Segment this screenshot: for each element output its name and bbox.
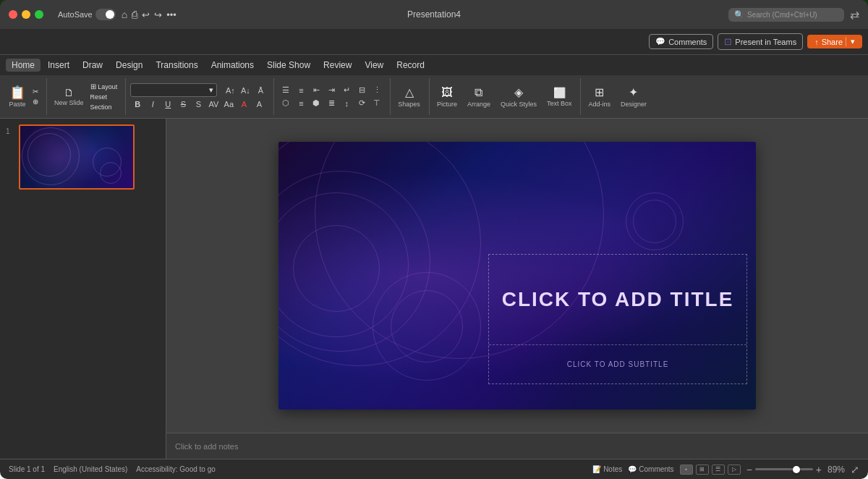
menu-home[interactable]: Home	[6, 59, 41, 72]
char-spacing-button[interactable]: AV	[206, 98, 221, 110]
menu-animations[interactable]: Animations	[205, 59, 260, 72]
accessibility-label[interactable]: Accessibility: Good to go	[136, 465, 216, 473]
convert-smartart-button[interactable]: ⋮	[370, 85, 384, 96]
notes-status-button[interactable]: 📝 Notes	[592, 465, 622, 473]
new-slide-icon: 🗋	[64, 88, 74, 98]
indent-less-button[interactable]: ⇤	[309, 85, 323, 96]
strikethrough-button[interactable]: S	[176, 98, 190, 110]
underline-button[interactable]: U	[161, 98, 175, 110]
increase-font-size-button[interactable]: A↑	[223, 85, 237, 96]
bullets-button[interactable]: ☰	[278, 85, 293, 96]
font-name-selector[interactable]: ▾	[130, 83, 217, 97]
share-file-icon[interactable]: ⎙	[132, 9, 137, 20]
decrease-font-size-button[interactable]: A↓	[238, 85, 252, 96]
paste-icon: 📋	[9, 86, 25, 99]
layout-button[interactable]: ⊞ Layout	[88, 82, 120, 91]
copy-button[interactable]: ⊕	[30, 97, 41, 106]
columns-button[interactable]: ⊟	[354, 85, 369, 96]
reset-button[interactable]: Reset	[88, 92, 120, 101]
home-icon[interactable]: ⌂	[122, 9, 127, 20]
font-color-button[interactable]: A	[237, 98, 251, 110]
clear-format-button[interactable]: Ā	[253, 85, 268, 96]
shapes-button[interactable]: △ Shapes	[395, 84, 423, 109]
maximize-button[interactable]	[35, 10, 43, 19]
bold-button[interactable]: B	[130, 98, 145, 110]
arrange-button[interactable]: ⧉ Arrange	[464, 85, 493, 109]
more-options-icon[interactable]: •••	[166, 9, 176, 20]
cut-button[interactable]: ✂	[30, 87, 41, 96]
undo-icon[interactable]: ↩	[142, 9, 150, 20]
addins-group: ⊞ Add-ins ✦ Designer	[585, 78, 655, 115]
zoom-out-button[interactable]: −	[746, 464, 752, 475]
clipboard-group: ✂ ⊕	[30, 87, 41, 106]
picture-button[interactable]: 🖼 Picture	[434, 85, 460, 109]
text-box-button[interactable]: ⬜ Text Box	[544, 85, 575, 109]
slide-thumbnail-1[interactable]	[19, 124, 135, 190]
add-ins-button[interactable]: ⊞ Add-ins	[585, 84, 613, 109]
canvas-main[interactable]: CLICK TO ADD TITLE CLICK TO ADD SUBTITLE	[166, 119, 868, 433]
notes-input-area[interactable]: Click to add notes	[166, 433, 868, 459]
align-center-button[interactable]: ≡	[294, 98, 308, 109]
align-text-button[interactable]: ⊤	[370, 98, 384, 109]
font-row-1: ▾ A↑ A↓ Ā	[130, 83, 268, 97]
shapes-icon: △	[405, 85, 414, 99]
italic-button[interactable]: I	[145, 98, 160, 110]
view-toggle-group: ▪ ⊞ ☰ ▷	[680, 465, 741, 475]
view-normal-icon[interactable]: ▪	[680, 465, 693, 475]
title-bar-icons: ⌂ ⎙ ↩ ↪ •••	[122, 9, 176, 20]
justify-button[interactable]: ≣	[324, 98, 339, 109]
menu-insert[interactable]: Insert	[42, 59, 75, 72]
minimize-button[interactable]	[22, 10, 30, 19]
align-left-button[interactable]: ⬡	[278, 98, 293, 109]
align-right-button[interactable]: ⬢	[309, 98, 323, 109]
share-network-icon[interactable]: ⇄	[850, 8, 859, 22]
title-bar-left: AutoSave ⌂ ⎙ ↩ ↪ •••	[9, 9, 728, 20]
search-icon: 🔍	[734, 10, 744, 20]
slide-title-placeholder[interactable]: CLICK TO ADD TITLE	[489, 255, 746, 345]
layout-icon: ⊞	[90, 82, 96, 90]
zoom-in-button[interactable]: +	[816, 464, 822, 475]
slide-subtitle-placeholder[interactable]: CLICK TO ADD SUBTITLE	[489, 345, 746, 383]
fit-window-button[interactable]: ⤢	[851, 464, 859, 475]
section-button[interactable]: Section	[88, 102, 120, 111]
view-slideshow-icon[interactable]: ▷	[728, 465, 741, 475]
shadow-button[interactable]: S	[191, 98, 205, 110]
present-in-teams-button[interactable]: ⊡ Present in Teams	[718, 33, 803, 50]
indent-more-button[interactable]: ⇥	[324, 85, 339, 96]
new-slide-button[interactable]: 🗋 New Slide	[51, 86, 87, 108]
search-bar[interactable]: 🔍 Search (Cmd+Ctrl+U)	[728, 8, 844, 22]
close-button[interactable]	[9, 10, 17, 19]
slide-text-group[interactable]: CLICK TO ADD TITLE CLICK TO ADD SUBTITLE	[488, 254, 747, 384]
paste-button[interactable]: 📋 Paste	[6, 85, 29, 109]
menu-design[interactable]: Design	[110, 59, 148, 72]
comments-button[interactable]: 💬 Comments	[649, 34, 713, 49]
zoom-slider-thumb[interactable]	[793, 466, 800, 473]
line-spacing-button[interactable]: ↕	[339, 98, 354, 109]
designer-button[interactable]: ✦ Designer	[618, 84, 650, 109]
title-bar-right: 🔍 Search (Cmd+Ctrl+U) ⇄	[728, 8, 859, 22]
zoom-slider-track[interactable]	[755, 468, 813, 470]
menu-transitions[interactable]: Transitions	[150, 59, 203, 72]
slide-canvas[interactable]: CLICK TO ADD TITLE CLICK TO ADD SUBTITLE	[278, 142, 756, 410]
font-format-group: ▾ A↑ A↓ Ā B I U S S AV Aa A A	[130, 83, 268, 110]
menu-view[interactable]: View	[359, 59, 389, 72]
menu-slideshow[interactable]: Slide Show	[261, 59, 316, 72]
ribbon-top-right: 💬 Comments ⊡ Present in Teams ↑ Share ▾	[649, 33, 862, 50]
redo-icon[interactable]: ↪	[154, 9, 162, 20]
view-grid-icon[interactable]: ⊞	[696, 465, 709, 475]
numbering-button[interactable]: ≡	[294, 85, 308, 96]
status-right: 📝 Notes 💬 Comments ▪ ⊞ ☰ ▷ − + 89%	[592, 464, 859, 475]
share-button[interactable]: ↑ Share ▾	[807, 35, 862, 48]
view-reading-icon[interactable]: ☰	[712, 465, 725, 475]
text-highlight-button[interactable]: A	[252, 98, 266, 110]
autosave-toggle[interactable]	[95, 9, 116, 20]
text-direction-button[interactable]: ⟳	[354, 98, 369, 109]
menu-record[interactable]: Record	[391, 59, 430, 72]
menu-review[interactable]: Review	[318, 59, 357, 72]
rtl-button[interactable]: ↵	[339, 85, 354, 96]
comments-status-button[interactable]: 💬 Comments	[628, 465, 673, 473]
zoom-level-label[interactable]: 89%	[825, 465, 845, 475]
quick-styles-button[interactable]: ◈ Quick Styles	[498, 84, 540, 109]
menu-draw[interactable]: Draw	[77, 59, 109, 72]
change-case-button[interactable]: Aa	[221, 98, 236, 110]
